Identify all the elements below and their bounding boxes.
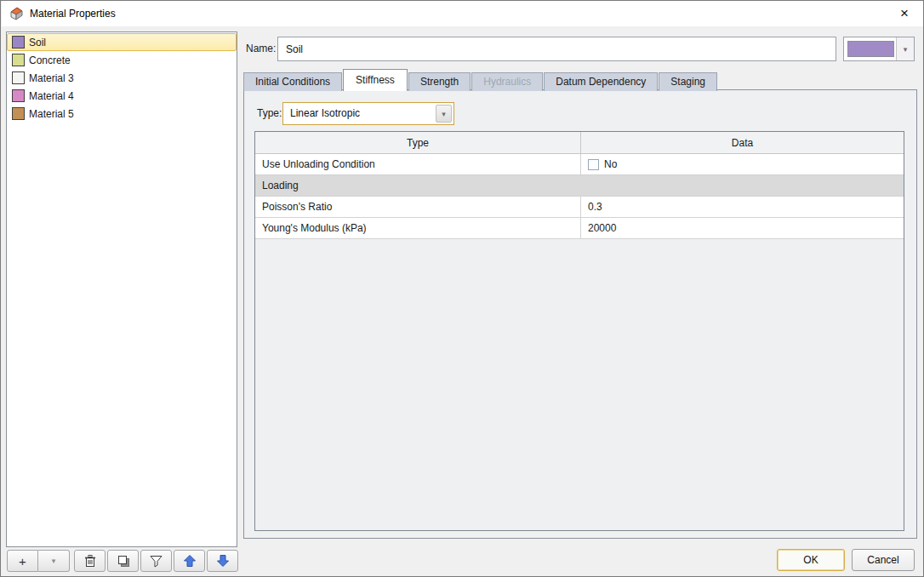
- table-header-row: Type Data: [255, 132, 904, 154]
- property-value-cell[interactable]: 0.3: [581, 197, 904, 217]
- add-material-button[interactable]: +: [7, 550, 38, 572]
- table-row: Poisson's Ratio 0.3: [255, 197, 904, 218]
- material-list: Soil Concrete Material 3 Material 4 Mate…: [6, 31, 237, 547]
- material-label: Concrete: [29, 54, 71, 66]
- material-list-item-concrete[interactable]: Concrete: [7, 51, 237, 69]
- material-list-item-material-5[interactable]: Material 5: [7, 105, 237, 123]
- material-color-swatch: [12, 36, 25, 49]
- tab-stiffness[interactable]: Stiffness: [343, 69, 408, 91]
- material-label: Material 3: [29, 72, 74, 84]
- column-header-data: Data: [581, 132, 904, 153]
- window-title: Material Properties: [30, 8, 116, 20]
- add-material-dropdown-button[interactable]: ▾: [38, 550, 70, 572]
- tab-hydraulics: Hydraulics: [471, 72, 543, 91]
- material-list-item-material-3[interactable]: Material 3: [7, 69, 237, 87]
- copy-material-button[interactable]: [107, 550, 139, 572]
- section-label: Loading: [255, 175, 904, 196]
- combobox-value: Linear Isotropic: [290, 103, 360, 124]
- material-color-picker[interactable]: ▾: [843, 37, 915, 61]
- material-color-swatch: [12, 71, 25, 84]
- tab-initial-conditions[interactable]: Initial Conditions: [243, 72, 342, 91]
- tab-staging[interactable]: Staging: [659, 72, 717, 91]
- unloading-condition-checkbox[interactable]: [588, 159, 599, 170]
- trash-icon: [83, 554, 97, 568]
- move-up-button[interactable]: [174, 550, 205, 572]
- filter-icon: [149, 554, 163, 568]
- table-section-row: Loading: [255, 175, 904, 197]
- material-color-swatch: [12, 89, 25, 102]
- copy-icon: [117, 554, 130, 568]
- material-block-icon: [9, 6, 24, 21]
- property-value-cell[interactable]: 20000: [581, 218, 904, 238]
- property-value-cell[interactable]: No: [581, 154, 904, 174]
- ok-button[interactable]: OK: [777, 549, 845, 571]
- combobox-dropdown-arrow[interactable]: ▾: [436, 105, 452, 123]
- name-label: Name:: [246, 37, 276, 61]
- arrow-down-icon: [216, 554, 230, 568]
- column-header-type: Type: [255, 132, 581, 153]
- checkbox-label: No: [604, 158, 617, 170]
- selected-color-chip: [847, 41, 894, 57]
- cancel-button[interactable]: Cancel: [852, 549, 915, 571]
- delete-material-button[interactable]: [74, 550, 106, 572]
- title-bar: Material Properties ×: [2, 1, 924, 26]
- tab-datum-dependency[interactable]: Datum Dependency: [544, 72, 658, 91]
- name-input[interactable]: [277, 37, 836, 61]
- table-row: Young's Modulus (kPa) 20000: [255, 218, 904, 239]
- material-color-swatch: [12, 54, 25, 66]
- property-tabs: Initial Conditions Stiffness Strength Hy…: [243, 69, 718, 91]
- material-label: Material 4: [29, 90, 74, 102]
- arrow-up-icon: [183, 554, 197, 568]
- stiffness-tab-panel: Type: Linear Isotropic ▾ Type Data Use U…: [243, 89, 917, 539]
- material-color-swatch: [12, 107, 25, 120]
- material-list-toolbar: + ▾: [7, 550, 240, 572]
- chevron-down-icon: ▾: [52, 557, 56, 565]
- type-label: Type:: [257, 102, 282, 125]
- table-row: Use Unloading Condition No: [255, 154, 904, 175]
- property-label: Young's Modulus (kPa): [255, 218, 581, 238]
- material-list-item-soil[interactable]: Soil: [7, 33, 237, 51]
- material-properties-dialog: Material Properties × Soil Concrete Mate…: [0, 0, 924, 577]
- filter-material-button[interactable]: [140, 550, 172, 572]
- stiffness-type-combobox[interactable]: Linear Isotropic ▾: [282, 102, 454, 125]
- move-down-button[interactable]: [207, 550, 238, 572]
- material-label: Material 5: [29, 108, 74, 120]
- material-label: Soil: [29, 37, 46, 49]
- property-label: Poisson's Ratio: [255, 197, 581, 217]
- color-dropdown-arrow[interactable]: ▾: [896, 37, 914, 60]
- property-label: Use Unloading Condition: [255, 154, 581, 174]
- material-list-item-material-4[interactable]: Material 4: [7, 87, 237, 105]
- tab-strength[interactable]: Strength: [408, 72, 471, 91]
- plus-icon: +: [19, 555, 26, 568]
- close-button[interactable]: ×: [885, 1, 924, 26]
- stiffness-property-table: Type Data Use Unloading Condition No Loa…: [254, 131, 904, 531]
